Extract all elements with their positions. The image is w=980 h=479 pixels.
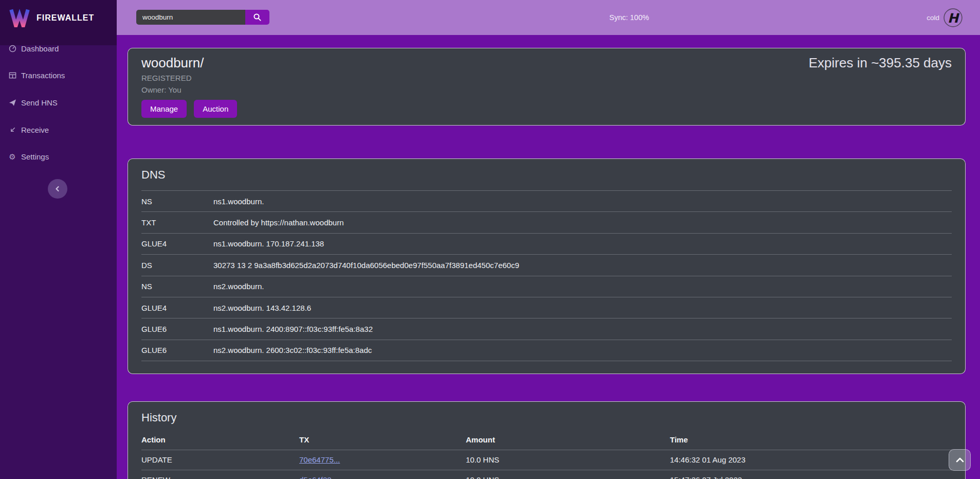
dns-panel-title: DNS (141, 167, 952, 183)
dns-record-value: ns2.woodburn. 2600:3c02::f03c:93ff:fe5a:… (213, 340, 952, 361)
gear-icon: ⚙ (8, 153, 16, 161)
sidebar-item-label: Dashboard (21, 44, 59, 53)
wallet-indicator[interactable]: cold H (927, 0, 963, 35)
hns-logo-icon: H (943, 8, 963, 27)
sidebar-item-label: Transactions (21, 71, 65, 80)
firewallet-logo-icon (9, 9, 30, 27)
history-header-time: Time (670, 430, 952, 450)
sidebar-item-receive[interactable]: Receive (0, 116, 117, 144)
send-icon (8, 98, 16, 107)
search-button[interactable] (245, 10, 269, 25)
dns-record-value: ns2.woodburn. 143.42.128.6 (213, 297, 952, 318)
sidebar-collapse-button[interactable] (48, 179, 67, 199)
dns-record-value: Controlled by https://nathan.woodburn (213, 212, 952, 233)
history-time: 14:46:32 01 Aug 2023 (670, 450, 952, 470)
history-time: 15:47:36 07 Jul 2023 (670, 470, 952, 479)
chevron-up-icon (956, 457, 964, 463)
search-input[interactable] (136, 10, 245, 25)
sidebar-item-dashboard[interactable]: Dashboard (0, 35, 117, 62)
history-amount: 10.0 HNS (466, 470, 670, 479)
dns-record-row: GLUE4 ns1.woodburn. 170.187.241.138 (141, 233, 952, 254)
sidebar-item-send-hns[interactable]: Send HNS (0, 89, 117, 116)
dns-record-row: NS ns1.woodburn. (141, 191, 952, 212)
topbar: Sync: 100% cold H (117, 0, 980, 35)
sidebar-nav: Dashboard Transactions Send HNS Receive … (0, 35, 117, 170)
domain-name: woodburn/ (141, 55, 204, 70)
history-header-tx: TX (299, 430, 466, 450)
receive-arrow-icon (8, 126, 16, 134)
dns-record-type: NS (141, 191, 213, 212)
expiry-text: Expires in ~395.35 days (809, 55, 952, 70)
wallet-name-label: cold (927, 14, 939, 22)
dashboard-icon (8, 44, 16, 52)
owner-label: Owner: You (141, 85, 952, 94)
dns-record-row: NS ns2.woodburn. (141, 276, 952, 297)
history-table: Action TX Amount Time UPDATE 70e64775...… (141, 430, 952, 479)
search-icon (253, 13, 262, 22)
dns-record-row: GLUE6 ns1.woodburn. 2400:8907::f03c:93ff… (141, 318, 952, 340)
history-action: RENEW (141, 470, 299, 479)
tx-link[interactable]: 70e64775... (299, 455, 340, 464)
dns-record-type: GLUE4 (141, 233, 213, 254)
chevron-left-icon (54, 185, 61, 192)
history-panel-title: History (141, 410, 952, 425)
search-bar (136, 10, 269, 25)
sidebar-item-label: Send HNS (21, 98, 58, 107)
auction-button[interactable]: Auction (194, 100, 237, 118)
status-badge: REGISTERED (141, 74, 952, 82)
brand-name: FIREWALLET (37, 13, 94, 23)
dns-record-value: ns1.woodburn. (213, 191, 952, 212)
dns-record-value: ns2.woodburn. (213, 276, 952, 297)
tx-link[interactable]: d5e64f28... (299, 475, 338, 479)
dns-record-row: GLUE4 ns2.woodburn. 143.42.128.6 (141, 297, 952, 318)
dns-record-type: GLUE4 (141, 297, 213, 318)
sidebar-item-label: Settings (21, 152, 49, 161)
history-header-amount: Amount (466, 430, 670, 450)
svg-text:H: H (948, 10, 960, 25)
manage-button[interactable]: Manage (141, 100, 187, 118)
history-header-row: Action TX Amount Time (141, 430, 952, 450)
sidebar: FIREWALLET Dashboard Transactions Send H… (0, 0, 117, 479)
dns-record-value: ns1.woodburn. 170.187.241.138 (213, 233, 952, 254)
history-row: UPDATE 70e64775... 10.0 HNS 14:46:32 01 … (141, 450, 952, 470)
dns-record-type: NS (141, 276, 213, 297)
dns-record-row: GLUE6 ns2.woodburn. 2600:3c02::f03c:93ff… (141, 340, 952, 361)
dns-panel: DNS NS ns1.woodburn. TXT Controlled by h… (128, 158, 966, 374)
history-header-action: Action (141, 430, 299, 450)
sidebar-item-settings[interactable]: ⚙ Settings (0, 143, 117, 170)
sidebar-item-label: Receive (21, 126, 49, 134)
dns-record-value: ns1.woodburn. 2400:8907::f03c:93ff:fe5a:… (213, 318, 952, 340)
dns-table: NS ns1.woodburn. TXT Controlled by https… (141, 190, 952, 361)
scroll-to-top-button[interactable] (949, 449, 971, 471)
domain-actions: Manage Auction (141, 100, 952, 118)
dns-record-type: GLUE6 (141, 318, 213, 340)
sidebar-item-transactions[interactable]: Transactions (0, 62, 117, 90)
dns-record-type: TXT (141, 212, 213, 233)
history-action: UPDATE (141, 450, 299, 470)
dns-record-row: DS 30273 13 2 9a3a8fb3d625d2a2073d740f10… (141, 255, 952, 276)
dns-record-row: TXT Controlled by https://nathan.woodbur… (141, 212, 952, 233)
history-row: RENEW d5e64f28... 10.0 HNS 15:47:36 07 J… (141, 470, 952, 479)
dns-record-value: 30273 13 2 9a3a8fb3d625d2a2073d740f10da6… (213, 255, 952, 276)
dns-record-type: DS (141, 255, 213, 276)
domain-card: woodburn/ Expires in ~395.35 days REGIST… (128, 48, 966, 126)
sync-status: Sync: 100% (609, 0, 649, 35)
table-icon (8, 72, 16, 80)
dns-record-type: GLUE6 (141, 340, 213, 361)
domain-card-header: woodburn/ Expires in ~395.35 days (141, 55, 952, 70)
history-panel: History Action TX Amount Time UPDATE 70e… (128, 401, 966, 479)
history-amount: 10.0 HNS (466, 450, 670, 470)
